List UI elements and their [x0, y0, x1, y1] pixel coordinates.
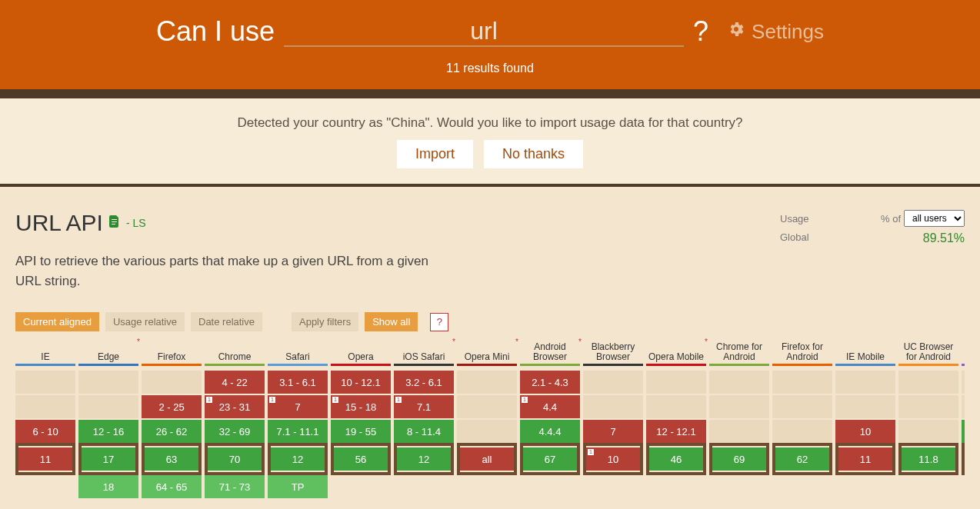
support-cell[interactable]: 12 [397, 447, 451, 471]
support-cell[interactable]: 26 - 62 [142, 420, 202, 443]
support-cell[interactable]: 8 - 11.4 [394, 420, 454, 443]
support-cell[interactable] [583, 395, 643, 418]
show-all-button[interactable]: Show all [365, 312, 418, 331]
support-cell[interactable] [78, 395, 138, 418]
support-cell[interactable]: 2 - 25 [142, 395, 202, 418]
browser-name[interactable]: Android Browser* [520, 336, 580, 364]
support-cell[interactable]: 18 [78, 475, 138, 498]
support-cell[interactable] [962, 371, 965, 394]
support-cell[interactable] [772, 395, 832, 418]
support-cell[interactable] [835, 371, 895, 394]
browser-name[interactable]: Firefox [142, 336, 202, 364]
browser-name[interactable]: iOS Safari* [394, 336, 454, 364]
browser-name[interactable]: Opera Mobile* [646, 336, 706, 364]
support-cell[interactable]: 69 [712, 447, 766, 471]
support-cell[interactable]: 7 [583, 420, 643, 443]
help-button[interactable]: ? [430, 313, 448, 331]
support-cell[interactable] [772, 371, 832, 394]
spec-doc-icon[interactable] [109, 215, 120, 231]
support-cell[interactable]: 4.4.4 [520, 420, 580, 443]
svg-rect-2 [112, 224, 115, 225]
support-cell[interactable]: 2.1 - 4.3 [520, 371, 580, 394]
browser-name[interactable]: Chrome [205, 336, 265, 364]
tab-date-relative[interactable]: Date relative [191, 312, 262, 331]
support-cell[interactable]: 12 [271, 447, 325, 471]
tab-usage-relative[interactable]: Usage relative [105, 312, 185, 331]
support-cell[interactable]: 11 [838, 447, 892, 471]
browser-name[interactable]: IE Mobile [835, 336, 895, 364]
support-cell[interactable] [898, 420, 958, 443]
support-cell[interactable] [835, 395, 895, 418]
support-table[interactable]: IE6 - 1011Edge*12 - 161718Firefox2 - 252… [15, 336, 965, 503]
support-cell[interactable] [583, 371, 643, 394]
support-cell[interactable]: 67 [523, 447, 577, 471]
support-cell[interactable]: 63 [145, 447, 198, 471]
support-cell[interactable]: 12 - 12.1 [646, 420, 706, 443]
support-cell[interactable]: TP [268, 475, 328, 498]
support-cell[interactable] [15, 371, 75, 394]
browser-column: Safari3.1 - 6.1177.1 - 11.112TP [268, 336, 328, 503]
support-cell[interactable]: 110 [586, 447, 640, 471]
support-cell[interactable]: 11.8 [902, 447, 955, 471]
support-cell[interactable]: 32 - 69 [205, 420, 265, 443]
support-cell[interactable]: 6 - 10 [15, 420, 75, 443]
support-cell[interactable]: 115 - 18 [331, 395, 391, 418]
support-cell[interactable]: 10 [835, 420, 895, 443]
support-cell[interactable]: 46 [649, 447, 703, 471]
support-cell[interactable]: 7.1 - 11.1 [268, 420, 328, 443]
support-cell[interactable]: 3.1 - 6.1 [268, 371, 328, 394]
search-input[interactable] [284, 17, 684, 47]
support-cell[interactable] [15, 395, 75, 418]
support-cell[interactable]: 17 [82, 447, 135, 471]
support-cell[interactable]: 17.1 [394, 395, 454, 418]
browser-name[interactable]: Edge* [78, 336, 138, 364]
support-cell[interactable] [962, 395, 965, 418]
browser-name[interactable]: Chrome for Android [709, 336, 769, 364]
support-cell[interactable] [142, 371, 202, 394]
support-cell[interactable] [457, 371, 517, 394]
support-cell[interactable] [646, 371, 706, 394]
browser-name[interactable]: Firefox for Android [772, 336, 832, 364]
users-select[interactable]: all users [904, 210, 965, 227]
support-cell[interactable]: 62 [775, 447, 829, 471]
support-cell[interactable]: 71 - 73 [205, 475, 265, 498]
support-cell[interactable] [772, 420, 832, 443]
support-cell[interactable]: 56 [334, 447, 388, 471]
browser-name[interactable]: Opera Mini* [457, 336, 517, 364]
support-cell[interactable] [646, 395, 706, 418]
support-cell[interactable] [709, 371, 769, 394]
support-cell[interactable] [898, 395, 958, 418]
browser-name[interactable]: UC Browser for Android [898, 336, 958, 364]
support-cell[interactable] [78, 371, 138, 394]
support-cell[interactable]: 10 - 12.1 [331, 371, 391, 394]
support-cell[interactable]: 19 - 55 [331, 420, 391, 443]
tab-current-aligned[interactable]: Current aligned [15, 312, 99, 331]
support-cell[interactable]: 4 - 22 [205, 371, 265, 394]
support-cell[interactable]: 17 [268, 395, 328, 418]
support-cell[interactable] [898, 371, 958, 394]
browser-name[interactable]: IE [15, 336, 75, 364]
apply-filters-button[interactable]: Apply filters [292, 312, 358, 331]
support-cell[interactable]: all [460, 447, 514, 471]
support-cell[interactable]: 123 - 31 [205, 395, 265, 418]
browser-name[interactable]: Safari [268, 336, 328, 364]
import-button[interactable]: Import [397, 140, 473, 168]
support-cell[interactable]: 14.4 [520, 395, 580, 418]
browser-name[interactable]: Samsung Internet [962, 336, 965, 364]
support-cell[interactable] [457, 395, 517, 418]
support-cell[interactable]: 3.2 - 6.1 [394, 371, 454, 394]
support-cell[interactable]: 70 [208, 447, 262, 471]
browser-name[interactable]: Opera [331, 336, 391, 364]
support-cell[interactable] [457, 420, 517, 443]
support-cell[interactable] [709, 420, 769, 443]
support-cell[interactable]: 4 - 6 [962, 420, 965, 443]
browser-column: Samsung Internet4 - 67.2 [962, 336, 965, 503]
support-cell[interactable] [709, 395, 769, 418]
support-cell[interactable]: 64 - 65 [142, 475, 202, 498]
settings-link[interactable]: Settings [727, 20, 824, 44]
past-versions: 3.2 - 6.117.18 - 11.4 [394, 368, 454, 443]
support-cell[interactable]: 11 [18, 447, 72, 471]
nothanks-button[interactable]: No thanks [484, 140, 583, 168]
browser-name[interactable]: Blackberry Browser [583, 336, 643, 364]
support-cell[interactable]: 12 - 16 [78, 420, 138, 443]
